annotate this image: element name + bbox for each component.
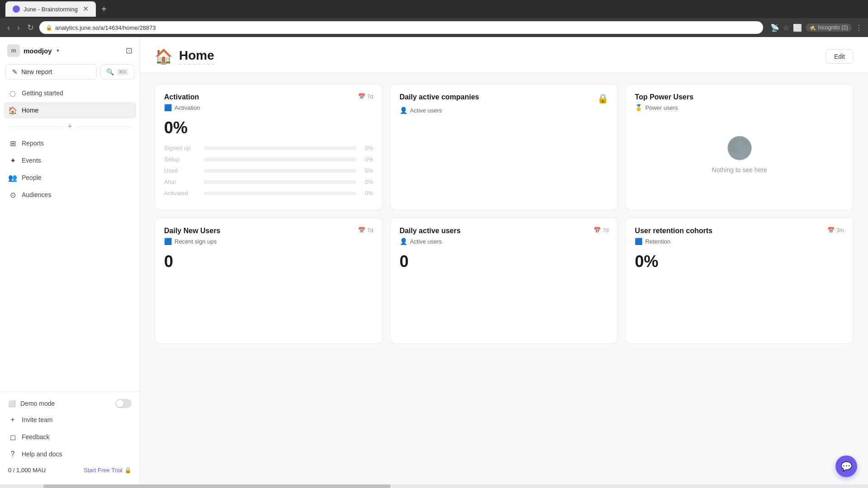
cast-btn[interactable]: 📡 bbox=[770, 23, 779, 32]
card-title: Daily active companies bbox=[400, 93, 479, 101]
new-report-label: New report bbox=[21, 68, 52, 75]
scrollbar-area bbox=[0, 484, 868, 488]
extensions-btn[interactable]: ⬜ bbox=[793, 23, 802, 32]
incognito-label: Incognito (2) bbox=[818, 24, 848, 31]
search-icon: 🔍 bbox=[106, 68, 114, 75]
new-report-icon: ✎ bbox=[12, 68, 18, 75]
search-btn[interactable]: 🔍 ⌘K bbox=[100, 64, 134, 80]
card-meta: 📅 7d bbox=[358, 93, 373, 100]
invite-team-icon: + bbox=[8, 415, 17, 424]
people-icon: 👥 bbox=[8, 173, 17, 182]
card-top_power_users: Top Power Users 🥇 Power users 🌑 Nothing … bbox=[625, 84, 854, 210]
card-title: Daily New Users bbox=[164, 227, 221, 235]
chat-icon: 💬 bbox=[841, 461, 852, 472]
row-label: Used bbox=[164, 167, 200, 174]
row-label: Signed up bbox=[164, 145, 200, 151]
start-trial-btn[interactable]: Start Free Trial 🔒 bbox=[84, 467, 132, 474]
address-bar[interactable]: 🔒 analytics.june.so/a/14634/home/28873 bbox=[39, 21, 763, 34]
sidebar-item-feedback[interactable]: ◻ Feedback bbox=[4, 429, 136, 445]
sidebar-item-help[interactable]: ? Help and docs bbox=[4, 446, 136, 462]
invite-team-label: Invite team bbox=[22, 416, 52, 423]
app-container: m moodjoy ▾ ⊡ ✎ New report 🔍 ⌘K ◌ Gettin… bbox=[0, 37, 868, 488]
back-btn[interactable]: ‹ bbox=[5, 21, 12, 34]
demo-mode-row[interactable]: ⬜ Demo mode bbox=[4, 395, 136, 412]
row-label: Activated bbox=[164, 190, 200, 197]
card-meta-text: 7d bbox=[367, 227, 373, 234]
card-row: Aha! 0% bbox=[164, 178, 373, 185]
sidebar-item-home[interactable]: 🏠 Home bbox=[4, 102, 136, 118]
demo-mode-toggle[interactable] bbox=[115, 399, 132, 408]
sidebar: m moodjoy ▾ ⊡ ✎ New report 🔍 ⌘K ◌ Gettin… bbox=[0, 37, 140, 488]
sidebar-item-getting-started[interactable]: ◌ Getting started bbox=[4, 85, 136, 101]
sidebar-item-audiences[interactable]: ⊙ Audiences bbox=[4, 187, 136, 203]
row-pct: 0% bbox=[360, 145, 373, 151]
start-trial-label: Start Free Trial bbox=[84, 467, 123, 474]
tab-favicon bbox=[13, 5, 20, 13]
card-subtitle: 👤 Active users bbox=[400, 107, 609, 114]
forward-btn[interactable]: › bbox=[15, 21, 22, 34]
toggle-knob bbox=[116, 400, 123, 407]
card-value: 0 bbox=[400, 252, 609, 271]
add-section-btn[interactable]: + bbox=[67, 122, 72, 131]
card-subtitle: 🟦 Activation bbox=[164, 104, 373, 111]
new-tab-btn[interactable]: + bbox=[101, 4, 107, 14]
card-title: Top Power Users bbox=[635, 93, 693, 101]
help-docs-label: Help and docs bbox=[22, 450, 62, 458]
calendar-icon: 📅 bbox=[358, 93, 365, 100]
row-pct: 0% bbox=[360, 156, 373, 163]
card-row: Activated 0% bbox=[164, 190, 373, 197]
card-title: User retention cohorts bbox=[635, 227, 712, 235]
card-rows: Signed up 0% Setup 0% Used 0% Aha! 0% Ac… bbox=[164, 145, 373, 197]
subtitle-icon: 👤 bbox=[400, 107, 407, 114]
sidebar-item-people[interactable]: 👥 People bbox=[4, 169, 136, 186]
home-icon: 🏠 bbox=[8, 106, 17, 115]
calendar-icon: 📅 bbox=[827, 227, 835, 234]
reload-btn[interactable]: ↻ bbox=[25, 21, 36, 34]
calendar-icon: 📅 bbox=[358, 227, 365, 234]
card-row: Signed up 0% bbox=[164, 145, 373, 151]
card-user_retention: User retention cohorts 📅 3m 🟦 Retention … bbox=[625, 217, 854, 344]
sidebar-item-invite-team[interactable]: + Invite team bbox=[4, 412, 136, 428]
card-meta: 📅 7d bbox=[594, 227, 609, 234]
tab-close-btn[interactable]: ✕ bbox=[83, 5, 89, 13]
row-pct: 0% bbox=[360, 178, 373, 185]
cards-grid: Activation 📅 7d 🟦 Activation 0% Signed u… bbox=[140, 73, 868, 355]
separator-line-2 bbox=[76, 127, 132, 127]
empty-icon: 🌑 bbox=[726, 136, 753, 161]
sidebar-toggle-btn[interactable]: ⊡ bbox=[126, 46, 132, 56]
sidebar-bottom: ⬜ Demo mode + Invite team ◻ Feedback ? H… bbox=[0, 391, 140, 481]
subtitle-text: Active users bbox=[410, 107, 442, 114]
incognito-badge: 🕵 Incognito (2) bbox=[806, 23, 852, 32]
calendar-icon: 📅 bbox=[594, 227, 601, 234]
separator-line bbox=[8, 127, 64, 127]
browser-actions: 📡 ☆ ⬜ 🕵 Incognito (2) ⋮ bbox=[770, 23, 863, 32]
chat-btn[interactable]: 💬 bbox=[835, 455, 857, 477]
bookmark-btn[interactable]: ☆ bbox=[783, 23, 789, 32]
subtitle-text: Recent sign ups bbox=[175, 238, 217, 245]
subtitle-text: Active users bbox=[410, 238, 442, 245]
empty-text: Nothing to see here bbox=[712, 166, 767, 174]
workspace-avatar: m bbox=[7, 44, 20, 57]
reports-icon: ⊞ bbox=[8, 139, 17, 148]
menu-btn[interactable]: ⋮ bbox=[855, 23, 863, 32]
new-report-btn[interactable]: ✎ New report bbox=[5, 64, 97, 80]
card-meta-text: 7d bbox=[367, 94, 373, 100]
address-text: analytics.june.so/a/14634/home/28873 bbox=[55, 24, 156, 31]
edit-btn[interactable]: Edit bbox=[826, 49, 854, 64]
workspace-info[interactable]: m moodjoy ▾ bbox=[7, 44, 59, 57]
scrollbar-thumb[interactable] bbox=[43, 484, 391, 488]
sidebar-item-reports[interactable]: ⊞ Reports bbox=[4, 135, 136, 151]
sidebar-nav: ◌ Getting started 🏠 Home + ⊞ Reports ✦ E… bbox=[0, 85, 140, 391]
browser-tab[interactable]: June - Brainstorming ✕ bbox=[5, 1, 96, 17]
card-value: 0% bbox=[635, 252, 844, 271]
nav-separator: + bbox=[8, 122, 132, 131]
audiences-label: Audiences bbox=[22, 191, 51, 198]
sidebar-header: m moodjoy ▾ ⊡ bbox=[0, 44, 140, 64]
sidebar-item-events[interactable]: ✦ Events bbox=[4, 152, 136, 169]
card-title: Daily active users bbox=[400, 227, 461, 235]
browser-nav: ‹ › ↻ 🔒 analytics.june.so/a/14634/home/2… bbox=[0, 18, 868, 37]
row-bar bbox=[204, 169, 356, 173]
workspace-name: moodjoy bbox=[24, 47, 52, 55]
tab-title: June - Brainstorming bbox=[24, 6, 78, 13]
card-header: Activation 📅 7d bbox=[164, 93, 373, 101]
